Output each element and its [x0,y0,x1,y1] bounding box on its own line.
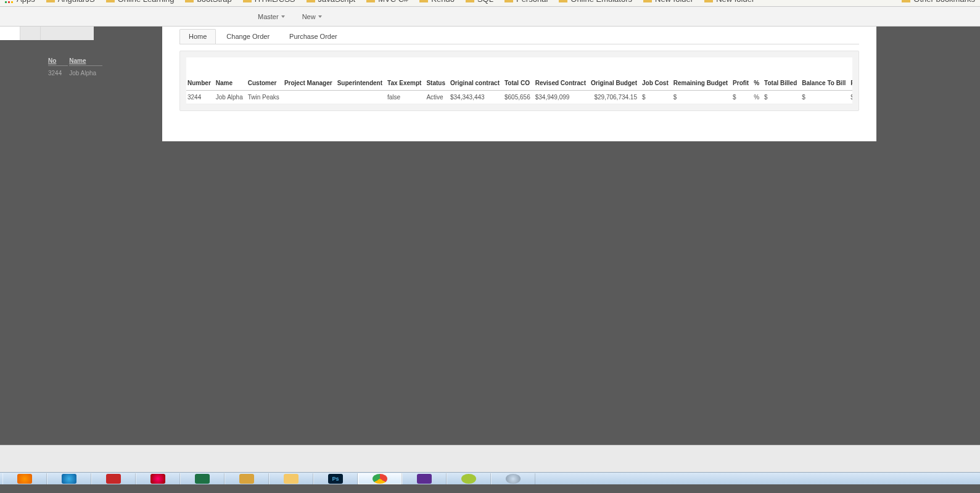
col-job-cost[interactable]: Job Cost [641,57,672,91]
col-balance-to-bill[interactable]: Balance To Bill [801,57,849,91]
bookmark-item[interactable]: Kendo [419,0,455,4]
col-original-contract[interactable]: Original contract [449,57,503,91]
ie-icon [62,474,76,484]
cell-balance-to-bill: $ [801,91,849,104]
cell-status: Active [425,91,449,104]
col-original-budget[interactable]: Original Budget [590,57,641,91]
scissors-icon [150,474,165,484]
col-total-billed[interactable]: Total Billed [763,57,801,91]
taskbar-firefox[interactable] [2,473,47,484]
cell-revised-contract: $34,949,099 [534,91,590,104]
cell-original-contract: $34,343,443 [449,91,503,104]
bookmark-item[interactable]: bootStrap [185,0,231,4]
col-revised-contract[interactable]: Revised Contract [534,57,590,91]
col-percent[interactable]: % [752,57,763,91]
left-panel: No Name 3244 Job Alpha [0,27,162,79]
col-customer[interactable]: Customer [247,57,283,91]
app-menubar: Master New [0,7,980,27]
cell-number: 3244 [186,91,215,104]
taskbar-visualstudio[interactable] [402,473,447,484]
taskbar-android[interactable] [447,473,491,484]
col-project-manager[interactable]: Project Manager [283,57,336,91]
windows-taskbar: Ps [0,472,980,484]
taskbar-app-red[interactable] [91,473,136,484]
taskbar-photoshop[interactable]: Ps [313,473,358,484]
folder-icon [902,0,910,2]
taskbar-safari[interactable] [491,473,535,484]
red-app-icon [106,474,121,484]
side-header-name[interactable]: Name [69,56,102,66]
tab-change-order[interactable]: Change Order [217,29,279,44]
col-superintendent[interactable]: Superintendent [336,57,386,91]
bookmark-item[interactable]: AngularJS [46,0,95,4]
bookmark-item[interactable]: Personal [504,0,548,4]
grid-header-row: Number Name Customer Project Manager Sup… [186,57,852,91]
col-remaining-budget[interactable]: Remaining Budget [672,57,731,91]
bookmark-item[interactable]: Online Emulators [559,0,632,4]
folder-icon [185,0,194,2]
cell-customer: Twin Peaks [247,91,283,104]
folder-icon [106,0,115,2]
grid-row[interactable]: 3244 Job Alpha Twin Peaks false Active $… [186,91,852,104]
excel-icon [195,474,210,484]
cell-original-budget: $29,706,734.15 [590,91,641,104]
chrome-icon [373,474,387,484]
cell-name: Job Alpha [215,91,247,104]
other-bookmarks[interactable]: Other bookmarks [902,0,975,4]
firefox-icon [17,474,32,484]
col-name[interactable]: Name [215,57,247,91]
menu-master[interactable]: Master [258,13,285,20]
cell-total-billed: $ [763,91,801,104]
col-profit[interactable]: Profit [731,57,752,91]
bookmark-item[interactable]: New folder [704,0,754,4]
taskbar-explorer[interactable] [269,473,313,484]
col-number[interactable]: Number [186,57,215,91]
folder-icon [466,0,474,2]
menu-new[interactable]: New [302,13,322,20]
taskbar-snipping[interactable] [136,473,180,484]
bookmark-item[interactable]: New folder [643,0,693,4]
cell-paid-to-date: $ [849,91,852,104]
folder-icon [284,474,299,484]
folder-icon [46,0,55,2]
menu-master-label: Master [258,13,279,20]
folder-icon [704,0,713,2]
tab-home[interactable]: Home [179,29,216,44]
taskbar-excel[interactable] [180,473,224,484]
bookmarks-apps-label: Apps [17,0,35,4]
col-total-co[interactable]: Total CO [503,57,534,91]
bookmarks-apps[interactable]: Apps [5,0,35,4]
menu-new-label: New [302,13,316,20]
cell-tax-exempt: false [386,91,425,104]
taskbar-chrome[interactable] [358,473,402,484]
folder-icon [643,0,652,2]
photoshop-icon: Ps [328,474,343,484]
bookmark-item[interactable]: Online Learning [106,0,175,4]
col-tax-exempt[interactable]: Tax Exempt [386,57,425,91]
jobs-grid: Number Name Customer Project Manager Sup… [186,57,852,104]
tab-purchase-order[interactable]: Purchase Order [280,29,347,44]
bookmark-item[interactable]: HTML/CSS [243,0,295,4]
side-row[interactable]: 3244 Job Alpha [48,67,102,78]
bookmarks-bar: Apps AngularJS Online Learning bootStrap… [0,0,980,7]
bookmark-item[interactable]: JavaScript [307,0,356,4]
left-panel-tabs [0,27,162,40]
left-tab-1[interactable] [0,27,20,40]
folder-icon [307,0,315,2]
content-panel: Home Change Order Purchase Order Number … [162,27,876,141]
side-header-no[interactable]: No [48,56,68,66]
col-status[interactable]: Status [425,57,449,91]
database-icon [239,474,254,484]
cell-percent: % [752,91,763,104]
left-tab-2[interactable] [20,27,41,40]
grid-container: Number Name Customer Project Manager Sup… [179,51,859,111]
left-tab-3[interactable] [41,27,94,40]
bookmark-item[interactable]: MVC C# [366,0,408,4]
col-paid-to-date[interactable]: Paid To Date [849,57,852,91]
folder-icon [559,0,567,2]
chevron-down-icon [281,15,285,18]
bookmark-item[interactable]: SQL [466,0,493,4]
taskbar-ssms[interactable] [224,473,269,484]
taskbar-ie[interactable] [47,473,91,484]
cell-remaining-budget: $ [672,91,731,104]
